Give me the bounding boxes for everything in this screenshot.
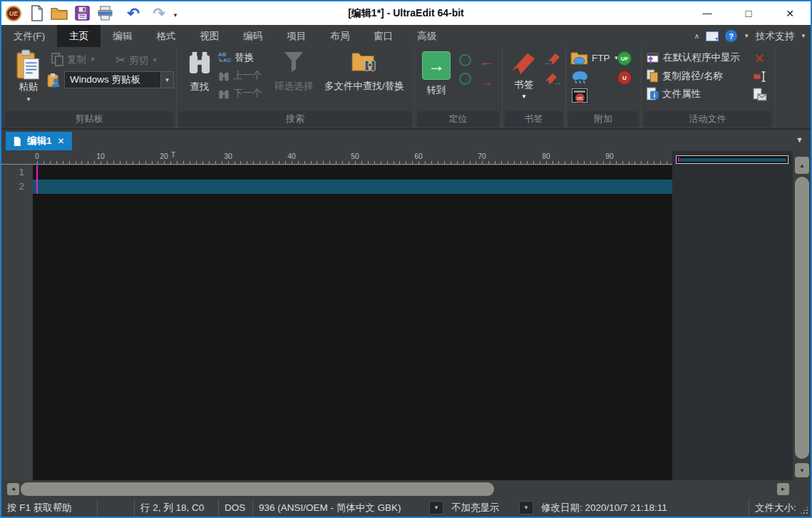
find-in-files-button[interactable]: 多文件中查找/替换 — [318, 49, 411, 93]
highlight-dropdown-icon[interactable]: ▼ — [519, 501, 533, 514]
next-bookmark-button[interactable]: → — [544, 71, 562, 88]
status-highlight-mode[interactable]: 不加亮显示 — [446, 499, 505, 517]
group-label-search: 搜索 — [179, 111, 411, 127]
previous-bookmark-button[interactable]: ← — [544, 51, 562, 68]
app-logo[interactable]: UE — [4, 4, 23, 23]
paste-label: 粘贴 — [19, 81, 38, 93]
ultraedit-window: UE ↶ ↷ ▼ [编辑1*] - UltraEdit 64-bit — □ ✕ — [0, 0, 812, 518]
edit-area[interactable] — [33, 165, 672, 480]
vertical-scrollbar[interactable]: ▲ ▼ — [793, 151, 812, 480]
help-dropdown-icon[interactable]: ▼ — [744, 33, 749, 39]
horizontal-scrollbar[interactable]: ◄ ► — [1, 480, 811, 499]
ultrafinder-button[interactable]: UF — [617, 51, 632, 66]
tab-edit1[interactable]: 编辑1 ✕ — [6, 132, 72, 150]
copy-button[interactable]: 复制 ▼ — [51, 53, 96, 66]
forward-position-button[interactable]: → — [459, 73, 471, 85]
save-button[interactable] — [73, 4, 91, 23]
ribbon: 粘贴 ▼ 复制 ▼ ✂ 剪切 ▼ Windows 剪贴板 ▼ 剪贴板 — [1, 47, 811, 130]
ruler-mark: 80 — [535, 152, 557, 160]
clipboard-dropdown[interactable]: Windows 剪贴板 ▼ — [64, 71, 174, 88]
copy-path-icon — [646, 69, 659, 83]
email-file-button[interactable] — [753, 88, 767, 104]
show-in-default-label: 在默认程序中显示 — [663, 51, 740, 64]
status-caret-position: 行 2, 列 18, C0 — [135, 499, 219, 517]
close-button[interactable]: ✕ — [769, 1, 811, 25]
scroll-up-button[interactable]: ▲ — [795, 157, 809, 174]
find-previous-button[interactable]: 上一个 — [218, 69, 262, 82]
menu-edit[interactable]: 编辑 — [101, 25, 144, 47]
scroll-left-button[interactable]: ◄ — [7, 483, 19, 495]
status-file-size: 文件大小: 46/2 (字节/行) — [749, 499, 798, 517]
ftp-button[interactable]: FTP ▼ — [570, 51, 619, 66]
chevron-down-icon: ▼ — [173, 12, 178, 19]
vertical-scroll-thumb[interactable] — [795, 177, 809, 459]
menu-home[interactable]: 主页 — [57, 25, 101, 47]
scroll-down-button[interactable]: ▼ — [795, 463, 809, 477]
minimize-button[interactable]: — — [687, 1, 728, 25]
quick-access-customize-button[interactable]: ▼ — [173, 7, 178, 20]
print-button[interactable] — [96, 4, 114, 23]
support-menu[interactable]: 技术支持 — [756, 30, 794, 43]
document-map-viewport[interactable] — [676, 155, 788, 164]
file-properties-label: 文件属性 — [662, 88, 701, 100]
menu-format[interactable]: 格式 — [144, 25, 187, 47]
ultracompare-button[interactable]: UC — [572, 88, 587, 103]
status-line-ending[interactable]: DOS — [219, 499, 253, 517]
redo-icon: ↷ — [153, 6, 165, 21]
filter-label: 筛选选择 — [274, 80, 313, 93]
copy-path-button[interactable]: 复制路径/名称 — [646, 69, 723, 83]
save-icon — [75, 6, 90, 21]
back-position-button[interactable]: ← — [459, 54, 471, 66]
filter-selection-button[interactable]: 筛选选择 — [269, 51, 318, 93]
open-folder-icon — [51, 6, 68, 21]
ftp-folder-icon — [570, 51, 588, 66]
find-next-button[interactable]: 下一个 — [218, 87, 262, 100]
close-file-button[interactable]: ✕ — [754, 53, 764, 65]
goto-button[interactable]: → 转到 — [422, 51, 451, 97]
collapse-ribbon-icon[interactable]: ∧ — [694, 32, 699, 40]
cut-button[interactable]: ✂ 剪切 ▼ — [115, 53, 158, 68]
tab-close-icon[interactable]: ✕ — [58, 136, 65, 146]
file-properties-button[interactable]: i 文件属性 — [646, 87, 701, 100]
undo-button[interactable]: ↶ — [124, 4, 143, 23]
replace-button[interactable]: AB↳AC 替换 — [218, 51, 254, 64]
status-spare — [98, 499, 135, 517]
menu-advanced[interactable]: 高级 — [405, 25, 448, 47]
cut-label: 剪切 — [129, 54, 148, 67]
help-icon[interactable]: ? — [725, 30, 737, 42]
next-change-button[interactable]: → — [479, 74, 493, 88]
new-file-icon — [30, 5, 43, 21]
menu-encoding[interactable]: 编码 — [231, 25, 274, 47]
ultraftp-button[interactable]: U — [617, 71, 632, 85]
menu-window[interactable]: 窗口 — [361, 25, 405, 47]
menu-layout[interactable]: 布局 — [318, 25, 361, 47]
cloud-services-button[interactable] — [571, 69, 589, 88]
ribbon-group-clipboard: 粘贴 ▼ 复制 ▼ ✂ 剪切 ▼ Windows 剪贴板 ▼ 剪贴板 — [3, 47, 177, 128]
redo-button[interactable]: ↷ — [150, 4, 168, 23]
horizontal-scroll-thumb[interactable] — [21, 482, 494, 496]
resize-grip[interactable] — [798, 499, 811, 517]
rename-file-button[interactable] — [753, 71, 767, 85]
layout-switch-icon[interactable] — [706, 31, 719, 41]
ruler-mark: 10 — [90, 152, 111, 160]
previous-change-button[interactable]: ← — [479, 54, 493, 68]
menu-project[interactable]: 项目 — [274, 25, 318, 47]
maximize-button[interactable]: □ — [728, 1, 769, 25]
scroll-right-button[interactable]: ► — [777, 483, 789, 495]
replace-label: 替换 — [235, 51, 254, 64]
status-encoding[interactable]: 936 (ANSI/OEM - 简体中文 GBK) — [253, 499, 427, 517]
support-dropdown-icon[interactable]: ▼ — [801, 33, 806, 39]
new-file-button[interactable] — [27, 4, 46, 23]
open-file-button[interactable] — [50, 4, 68, 23]
group-label-bookmarks: 书签 — [505, 111, 562, 127]
menu-view[interactable]: 视图 — [187, 25, 231, 47]
bookmark-button[interactable]: 书签 ▼ — [507, 48, 541, 100]
paste-button[interactable]: 粘贴 ▼ — [10, 49, 47, 103]
menu-file[interactable]: 文件(F) — [1, 25, 57, 47]
find-button[interactable]: 查找 — [184, 51, 215, 93]
column-ruler: 0 10 20 30 40 50 60 70 80 90 T — [1, 151, 672, 165]
tab-list-dropdown-icon[interactable]: ▼ — [796, 135, 803, 144]
encoding-dropdown-icon[interactable]: ▼ — [429, 501, 443, 514]
show-in-default-button[interactable]: 在默认程序中显示 — [646, 51, 740, 64]
group-label-clipboard: 剪贴板 — [5, 111, 173, 127]
